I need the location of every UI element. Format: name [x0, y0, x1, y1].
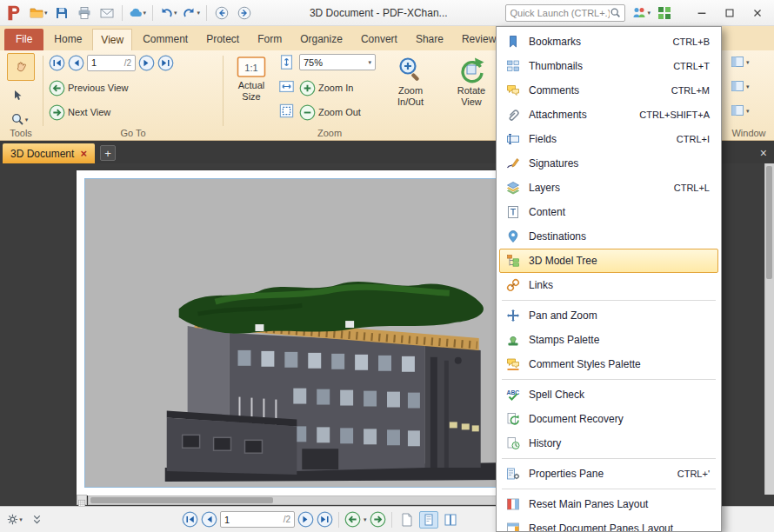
- status-last-page-button[interactable]: [317, 511, 333, 528]
- status-next-page-button[interactable]: [297, 511, 314, 528]
- tab-form[interactable]: Form: [250, 29, 290, 50]
- layout-switch-button[interactable]: [654, 3, 675, 23]
- single-page-view-button[interactable]: [419, 511, 438, 529]
- quick-launch-search[interactable]: [505, 4, 625, 22]
- undo-caret-icon[interactable]: ▾: [174, 10, 177, 16]
- tab-file[interactable]: File: [4, 29, 43, 50]
- cloud-caret-icon[interactable]: ▾: [143, 10, 147, 16]
- zoom-level-combo[interactable]: 75% ▾: [299, 54, 376, 70]
- menu-item-comments[interactable]: CommentsCTRL+M: [499, 78, 718, 103]
- history-forward-button[interactable]: [234, 3, 255, 23]
- document-tab[interactable]: 3D Document ×: [3, 143, 95, 163]
- split-view-button[interactable]: [77, 495, 87, 505]
- menu-item-history[interactable]: History: [499, 431, 718, 456]
- minimize-button[interactable]: [689, 3, 715, 23]
- menu-item-stamps-palette[interactable]: Stamps Palette: [499, 328, 718, 352]
- undo-button[interactable]: ▾: [157, 3, 179, 23]
- menu-item-links[interactable]: Links: [499, 273, 718, 297]
- next-view-button[interactable]: Next View: [49, 103, 110, 121]
- page-number-field[interactable]: 1 /2: [87, 55, 136, 71]
- next-page-button[interactable]: [138, 55, 155, 71]
- horizontal-scrollbar[interactable]: [88, 495, 497, 505]
- quick-launch-input[interactable]: [510, 8, 610, 18]
- menu-item-pan-and-zoom[interactable]: Pan and Zoom: [499, 303, 718, 328]
- open-button[interactable]: ▾: [28, 3, 50, 23]
- cloud-button[interactable]: ▾: [127, 3, 149, 23]
- fit-page-button[interactable]: [278, 54, 295, 70]
- status-page-number-field[interactable]: 1 /2: [220, 511, 295, 528]
- last-page-button[interactable]: [157, 55, 174, 71]
- vertical-scrollbar[interactable]: [764, 163, 774, 495]
- select-text-tool-button[interactable]: [7, 85, 30, 106]
- share-caret-icon[interactable]: ▾: [647, 10, 651, 16]
- vertical-scrollbar-thumb[interactable]: [766, 166, 772, 279]
- menu-item-reset-document-panes-layout[interactable]: Reset Document Panes Layout: [499, 516, 718, 532]
- tab-view[interactable]: View: [92, 29, 132, 50]
- status-next-view-button[interactable]: [370, 511, 386, 528]
- window-group-button-2[interactable]: ▾: [731, 79, 750, 93]
- status-previous-page-button[interactable]: [201, 511, 217, 528]
- zoom-inout-button[interactable]: Zoom In/Out: [386, 53, 435, 126]
- menu-item-attachments[interactable]: AttachmentsCTRL+SHIFT+A: [499, 103, 718, 127]
- expand-panel-button[interactable]: [27, 511, 46, 529]
- status-first-page-button[interactable]: [182, 511, 198, 528]
- menu-item-document-recovery[interactable]: Document Recovery: [499, 407, 718, 431]
- redo-button[interactable]: ▾: [181, 3, 203, 23]
- menu-item-fields[interactable]: FieldsCTRL+I: [499, 127, 718, 151]
- save-button[interactable]: [51, 3, 72, 23]
- rotate-view-button[interactable]: Rotate View: [447, 53, 496, 126]
- first-page-button[interactable]: [49, 55, 65, 71]
- tab-organize[interactable]: Organize: [292, 29, 350, 50]
- zoom-out-button[interactable]: Zoom Out: [299, 103, 361, 121]
- fit-visible-button[interactable]: [278, 103, 295, 119]
- caret-icon[interactable]: ▾: [746, 108, 750, 114]
- new-document-button[interactable]: [397, 511, 417, 529]
- history-back-button[interactable]: [211, 3, 232, 23]
- maximize-button[interactable]: [717, 3, 743, 23]
- close-button[interactable]: [744, 3, 771, 23]
- hand-tool-button[interactable]: [7, 53, 35, 81]
- share-session-button[interactable]: ▾: [631, 3, 652, 23]
- menu-item-layers[interactable]: LayersCTRL+L: [499, 176, 718, 200]
- tab-share[interactable]: Share: [408, 29, 451, 50]
- menu-item-comment-styles-palette[interactable]: Comment Styles Palette: [499, 352, 718, 376]
- zoom-combo-caret-icon[interactable]: ▾: [368, 59, 371, 65]
- tab-convert[interactable]: Convert: [353, 29, 405, 50]
- horizontal-scrollbar-thumb[interactable]: [90, 497, 273, 503]
- menu-item-spell-check[interactable]: ABCSpell Check: [499, 382, 718, 407]
- previous-view-button[interactable]: Previous View: [49, 79, 129, 96]
- redo-caret-icon[interactable]: ▾: [197, 10, 201, 16]
- open-caret-icon[interactable]: ▾: [44, 10, 48, 16]
- new-tab-button[interactable]: +: [100, 145, 116, 161]
- window-group-button-1[interactable]: ▾: [731, 55, 750, 69]
- view-history-caret-icon[interactable]: ▾: [364, 516, 367, 522]
- email-button[interactable]: [97, 3, 117, 23]
- tab-close-icon[interactable]: ×: [80, 148, 87, 159]
- pane-close-button[interactable]: ×: [760, 147, 767, 159]
- fit-width-button[interactable]: [278, 78, 295, 95]
- menu-item-3d-model-tree[interactable]: 3D Model Tree: [499, 249, 718, 273]
- print-button[interactable]: [74, 3, 95, 23]
- caret-icon[interactable]: ▾: [746, 59, 750, 65]
- menu-item-reset-main-panes-layout[interactable]: Reset Main Panes Layout: [499, 492, 718, 516]
- menu-item-destinations[interactable]: Destinations: [499, 224, 718, 249]
- actual-size-button[interactable]: 1:1 Actual Size: [230, 53, 273, 126]
- window-group-button-3[interactable]: ▾: [731, 103, 750, 117]
- previous-page-button[interactable]: [68, 55, 84, 71]
- status-previous-view-button[interactable]: [344, 511, 361, 528]
- status-settings-button[interactable]: ▾: [5, 511, 24, 529]
- tab-protect[interactable]: Protect: [198, 29, 247, 50]
- tab-comment[interactable]: Comment: [135, 29, 196, 50]
- zoom-in-button[interactable]: Zoom In: [299, 79, 353, 96]
- zoom-tool-button[interactable]: ▾: [4, 110, 34, 129]
- menu-item-thumbnails[interactable]: ThumbnailsCTRL+T: [499, 54, 718, 78]
- menu-item-properties-pane[interactable]: Properties PaneCTRL+': [499, 462, 718, 486]
- tab-home[interactable]: Home: [46, 29, 90, 50]
- zoom-tool-caret-icon[interactable]: ▾: [25, 116, 29, 123]
- two-page-view-button[interactable]: [441, 511, 460, 529]
- menu-item-content[interactable]: Content: [499, 200, 718, 224]
- menu-item-bookmarks[interactable]: BookmarksCTRL+B: [499, 30, 718, 54]
- menu-item-signatures[interactable]: Signatures: [499, 151, 718, 176]
- caret-icon[interactable]: ▾: [746, 83, 750, 90]
- menu-item-label: Destinations: [529, 230, 702, 243]
